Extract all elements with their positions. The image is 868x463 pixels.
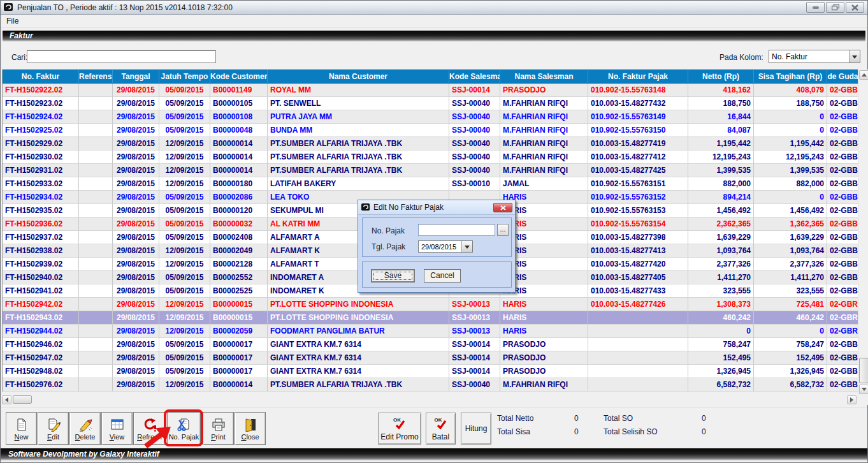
table-row[interactable]: FT-H1502976.0229/08/201512/09/2015B00000…	[3, 378, 858, 392]
table-row[interactable]: FT-H1502948.0229/08/201505/09/2015B00000…	[3, 365, 858, 378]
cell: 6,582,732	[688, 378, 754, 392]
column-header[interactable]: Kode Customer	[210, 70, 268, 83]
cell: FT-H1502948.02	[3, 365, 79, 378]
table-row[interactable]: FT-H1502930.0229/08/201512/09/2015B00000…	[3, 151, 858, 164]
browse-button[interactable]: ...	[497, 224, 509, 236]
red-check-icon	[437, 420, 447, 430]
button-label: Print	[211, 433, 226, 441]
column-header[interactable]: Kode Salesman	[449, 70, 500, 83]
cell: 12/09/2015	[159, 325, 210, 338]
column-header[interactable]: Jatuh Tempo	[159, 70, 210, 83]
dialog-close-button[interactable]	[493, 203, 512, 212]
menu-bar: File	[1, 15, 867, 28]
cell	[79, 298, 113, 311]
menu-file[interactable]: File	[1, 15, 24, 26]
column-header[interactable]: Referensi	[79, 70, 113, 83]
vertical-scroll-thumb[interactable]	[859, 358, 868, 383]
table-row[interactable]: FT-H1502924.0229/08/201505/09/2015B00000…	[3, 110, 858, 124]
cell: 29/08/2015	[113, 124, 159, 137]
save-button[interactable]: Save	[371, 269, 415, 283]
scroll-right-button[interactable]	[847, 395, 857, 404]
hitung-button[interactable]: Hitung	[461, 413, 491, 445]
tgl-pajak-label: Tgl. Pajak	[372, 242, 405, 251]
close-button[interactable]: Close	[235, 412, 266, 445]
vertical-scrollbar[interactable]	[858, 70, 868, 395]
print-button[interactable]: Print	[203, 412, 234, 445]
edit-button[interactable]: Edit	[38, 412, 69, 445]
column-header[interactable]: Nama Customer	[268, 70, 449, 83]
column-header[interactable]: de Guda	[827, 70, 858, 83]
cell: M.FAHRIAN RIFQI	[500, 110, 588, 124]
cell	[79, 151, 113, 164]
cell: 02-GBB	[827, 365, 858, 378]
table-row[interactable]: FT-H1502946.0229/08/201505/09/2015B00000…	[3, 338, 858, 351]
column-header[interactable]: Nama Salesman	[500, 70, 588, 83]
table-row[interactable]: FT-H1502944.0229/08/201512/09/2015B00002…	[3, 325, 858, 338]
cell: PUTRA JAYA MM	[268, 110, 449, 124]
column-header[interactable]: Tanggal	[113, 70, 159, 83]
refresh-button[interactable]: Refresh	[133, 412, 166, 445]
table-row[interactable]: FT-H1502933.0229/08/201512/09/2015B00000…	[3, 177, 858, 191]
view-button[interactable]: View	[101, 412, 133, 445]
cell: 12/09/2015	[159, 151, 210, 164]
cell: 02-GBB	[827, 284, 858, 298]
cell: 758,247	[754, 338, 827, 351]
cell: 05/09/2015	[159, 110, 210, 124]
table-row[interactable]: FT-H1502942.0229/08/201512/09/2015B00000…	[3, 298, 858, 311]
delete-button[interactable]: Delete	[69, 412, 101, 445]
cell	[79, 378, 113, 392]
search-input[interactable]	[27, 50, 216, 63]
cell: B00002059	[210, 325, 268, 338]
cell: 05/09/2015	[159, 271, 210, 284]
scroll-up-button[interactable]	[859, 70, 868, 80]
cell: FT-H1502935.02	[3, 204, 79, 217]
cell: FT-H1502929.02	[3, 137, 79, 151]
close-button[interactable]	[846, 2, 864, 13]
column-header[interactable]: Sisa Tagihan (Rp)	[754, 70, 827, 83]
cell: FT-H1502942.02	[3, 298, 79, 311]
cell	[79, 110, 113, 124]
no-pajak-input[interactable]	[418, 224, 495, 236]
cell: 1,195,442	[754, 137, 827, 151]
column-header[interactable]: Netto (Rp)	[688, 70, 754, 83]
table-row[interactable]: FT-H1502943.0229/08/201512/09/2015B00000…	[3, 311, 858, 325]
cell: B00000017	[210, 365, 268, 378]
batal-button[interactable]: OKBatal	[426, 413, 456, 445]
scroll-left-button[interactable]	[2, 395, 11, 404]
button-label: Hitung	[465, 424, 488, 433]
scroll-down-button[interactable]	[859, 385, 868, 394]
table-row[interactable]: FT-H1502929.0229/08/201512/09/2015B00000…	[3, 137, 858, 151]
cell: 12/09/2015	[159, 244, 210, 258]
dropdown-arrow-icon[interactable]	[849, 50, 860, 62]
minimize-button[interactable]	[806, 2, 825, 13]
tgl-pajak-select[interactable]: 29/08/2015	[418, 240, 473, 253]
column-header[interactable]: No. Faktur	[3, 70, 79, 83]
column-header[interactable]: No. Faktur Pajak	[588, 70, 688, 83]
cell: 1,456,492	[754, 204, 827, 217]
on-column-select[interactable]: No. Faktur	[769, 50, 860, 63]
new-button[interactable]: New	[6, 412, 37, 445]
cell: 84,087	[688, 124, 754, 137]
cell: 188,750	[754, 97, 827, 110]
cell: 02-GBB	[827, 231, 858, 244]
no-pajak-button[interactable]: No. Pajak	[167, 412, 201, 445]
cell: 010.003-15.48277420	[588, 258, 688, 271]
cancel-button[interactable]: Cancel	[424, 269, 461, 283]
cell: M.FAHRIAN RIFQI	[500, 137, 588, 151]
table-row[interactable]: FT-H1502922.0229/08/201505/09/2015B00001…	[3, 84, 858, 97]
cell: GIANT EXTRA KM.7 6314	[268, 351, 449, 365]
cell	[79, 351, 113, 365]
table-row[interactable]: FT-H1502925.0229/08/201505/09/2015B00000…	[3, 124, 858, 137]
cell: PRASODJO	[500, 365, 588, 378]
cell: 29/08/2015	[113, 151, 159, 164]
cell: PRASODJO	[500, 338, 588, 351]
table-row[interactable]: FT-H1502923.0229/08/201505/09/2015B00000…	[3, 97, 858, 110]
table-row[interactable]: FT-H1502947.0229/08/201505/09/2015B00000…	[3, 351, 858, 365]
table-row[interactable]: FT-H1502931.0229/08/201512/09/2015B00000…	[3, 164, 858, 177]
horizontal-scroll-thumb[interactable]	[13, 395, 32, 404]
restore-button[interactable]	[826, 2, 844, 13]
cell: 010.902-15.55763151	[588, 177, 688, 191]
dropdown-arrow-icon[interactable]	[461, 241, 472, 252]
edit-promo-button[interactable]: OKEdit Promo	[378, 413, 421, 445]
horizontal-scrollbar[interactable]	[2, 395, 857, 405]
